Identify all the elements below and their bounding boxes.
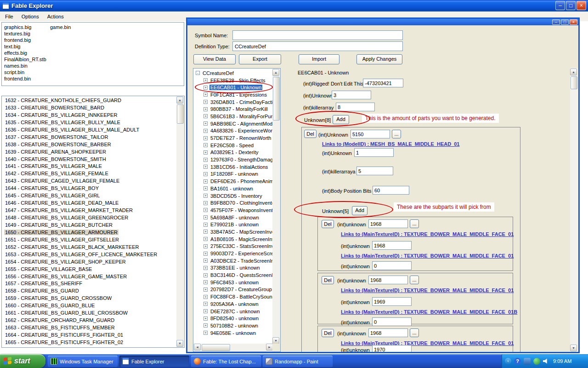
file-list-item[interactable]: textures.big: [4, 30, 46, 37]
delete-subpart-button[interactable]: Del: [322, 329, 334, 337]
expand-icon[interactable]: +: [204, 331, 208, 335]
file-list-item[interactable]: text.big: [4, 43, 46, 50]
expand-icon[interactable]: +: [204, 158, 208, 162]
list-item[interactable]: 1661 - CREATURE_BS_GUARD_BLUE_CROSSBOW: [2, 310, 176, 317]
file-list-item[interactable]: frontend.big: [4, 37, 46, 43]
browse-button[interactable]: ...: [410, 276, 419, 284]
expand-icon[interactable]: +: [204, 186, 208, 190]
subpart-field-input[interactable]: [372, 241, 412, 250]
list-item[interactable]: 1650 - CREATURE_BS_VILLAGER_ARMOURER: [2, 229, 176, 236]
delete-subpart-button[interactable]: Del: [322, 220, 334, 228]
import-button[interactable]: Import: [299, 54, 339, 64]
texture-link[interactable]: Links to (MainTextureID) : TEXTURE_BOWER…: [341, 231, 514, 237]
tree-item[interactable]: +A03829E1 - Dexterity: [193, 149, 272, 156]
file-list-item[interactable]: frontend.bin: [4, 75, 46, 82]
creature-list-scrollbar[interactable]: ▲ ▼: [176, 96, 184, 347]
killerarraya-input[interactable]: [356, 167, 393, 175]
tree-item[interactable]: +A03DBCE2 - TradeScreenIn: [193, 257, 272, 264]
expand-icon[interactable]: +: [204, 230, 208, 234]
expand-icon[interactable]: +: [204, 129, 208, 133]
list-item[interactable]: 1641 - CREATURE_BS_VILLAGER_MALE: [2, 163, 176, 170]
list-item[interactable]: 1636 - CREATURE_BS_VILLAGER_BULLY_MALE_A…: [2, 126, 176, 134]
tree-item[interactable]: +129763F0 - StrengthDamage: [193, 156, 272, 163]
texture-link[interactable]: Links to (MainTextureID) : TEXTURE_BOWER…: [341, 253, 514, 259]
tree-item[interactable]: +F0C88FC8 - BattleCrySound?: [193, 293, 272, 300]
list-item[interactable]: 1658 - CREATURE_BS_GUARD: [2, 288, 176, 295]
app2-tray-icon[interactable]: [533, 358, 540, 365]
expand-icon[interactable]: +: [204, 237, 208, 241]
subpart-field-input[interactable]: [372, 345, 412, 352]
list-item[interactable]: 1633 - CREATURE_BOWERSTONE_BARD: [2, 104, 176, 112]
tree-item[interactable]: +B9FB8D70 - ClothingInvento: [193, 199, 272, 207]
expand-icon[interactable]: +: [204, 323, 208, 328]
definition-type-input[interactable]: [232, 41, 403, 51]
file-list-item[interactable]: names.bin: [4, 63, 46, 69]
tree-item[interactable]: +EF26C508 - Speed: [193, 142, 272, 149]
subpart-field-input[interactable]: [372, 297, 412, 306]
collapse-icon[interactable]: -: [196, 71, 200, 75]
list-item[interactable]: 1637 - CREATURE_BOWERSTONE_TAILOR: [2, 134, 176, 141]
tree-item[interactable]: +13B1CD56 - InitialActions: [193, 163, 272, 171]
help-tray-icon[interactable]: ?: [514, 358, 521, 365]
menu-file[interactable]: File: [1, 13, 17, 20]
expand-icon[interactable]: +: [204, 150, 208, 155]
part-unknown2-input[interactable]: [354, 148, 394, 157]
texture-link[interactable]: Links to (MainTextureID) : TEXTURE_BOWER…: [341, 340, 514, 346]
volume-icon[interactable]: [543, 358, 549, 364]
list-item[interactable]: 1660 - CREATURE_BS_GUARD_BLUE: [2, 302, 176, 310]
tree-vertical-scrollbar[interactable]: ▲ ▼: [272, 69, 280, 345]
expand-icon[interactable]: +: [204, 259, 208, 263]
list-item[interactable]: 1638 - CREATURE_BOWERSTONE_BARBER: [2, 141, 176, 149]
list-item[interactable]: 1654 - CREATURE_BS_VILLAGER_SHOP_KEEPER: [2, 259, 176, 266]
tree-item[interactable]: +FFF38E28 - Skin Effects: [193, 77, 272, 84]
subpart-field-input[interactable]: [368, 219, 408, 228]
expand-icon[interactable]: +: [204, 302, 208, 306]
browse-button[interactable]: ...: [410, 328, 419, 337]
expand-icon[interactable]: +: [204, 244, 208, 248]
title-bar[interactable]: Fable Explorer – □ ×: [0, 0, 588, 12]
expand-icon[interactable]: +: [204, 179, 208, 184]
file-list-item[interactable]: graphics.big: [4, 24, 46, 30]
scroll-down-icon[interactable]: ▼: [176, 340, 183, 347]
tree-item[interactable]: +5A698A8F - unknown: [193, 214, 272, 221]
file-list-item[interactable]: game.bin: [50, 24, 71, 30]
tree-item[interactable]: +326DAB01 - CrimeDayFactio: [193, 98, 272, 106]
scroll-right-icon[interactable]: ►: [266, 344, 273, 351]
taskbar-task[interactable]: Fable: The Lost Chap...: [191, 356, 261, 367]
scroll-thumb[interactable]: [273, 77, 280, 121]
list-item[interactable]: 1653 - CREATURE_BS_VILLAGER_OFF_LICENCE_…: [2, 251, 176, 259]
scroll-down-icon[interactable]: ▼: [570, 345, 577, 351]
expand-icon[interactable]: +: [204, 295, 208, 299]
scroll-left-icon[interactable]: ◄: [194, 344, 201, 351]
expand-icon[interactable]: +: [204, 100, 208, 104]
tree-item[interactable]: +BA1601 - unknown: [193, 185, 272, 192]
subpart-field-input[interactable]: [368, 328, 408, 337]
expand-icon[interactable]: +: [204, 223, 208, 227]
creature-list[interactable]: 1632 - CREATURE_KNOTHOLE_CHIEFS_GUARD163…: [1, 96, 185, 348]
list-item[interactable]: 1651 - CREATURE_BS_VILLAGER_GIFTSELLER: [2, 236, 176, 244]
tree-item[interactable]: +980BB37 - MoralityForKill: [193, 105, 272, 113]
file-list-item[interactable]: effects.big: [4, 50, 46, 56]
scroll-thumb[interactable]: [202, 344, 230, 351]
subpart-field-input[interactable]: [372, 261, 412, 270]
tree-item[interactable]: +8FD82540 - unknown: [193, 315, 272, 322]
file-list-item[interactable]: script.bin: [4, 69, 46, 75]
rigged-input[interactable]: [363, 79, 403, 87]
symbol-name-input[interactable]: [232, 30, 403, 40]
expand-icon[interactable]: +: [204, 194, 208, 198]
expand-icon[interactable]: +: [204, 280, 208, 284]
taskbar-task[interactable]: Windows Task Manager: [48, 356, 118, 367]
model-link[interactable]: Links to (ModelID) : MESH_BS_MALE_MIDDLE…: [322, 141, 459, 147]
killerarray-input[interactable]: [336, 103, 375, 111]
definition-tree[interactable]: - CCreatureDef +FFF38E28 - Skin Effects+…: [193, 68, 281, 352]
expand-icon[interactable]: +: [204, 309, 208, 313]
list-item[interactable]: 1642 - CREATURE_BS_VILLAGER_FEMALE: [2, 170, 176, 178]
export-button[interactable]: Export: [239, 54, 281, 64]
app-tray-icon[interactable]: [524, 358, 531, 365]
child-maximize-icon[interactable]: □: [561, 19, 569, 25]
subpart-field-input[interactable]: [368, 276, 408, 284]
scroll-thumb[interactable]: [177, 104, 184, 124]
list-item[interactable]: 1643 - CREATURE_CAGED_VILLAGER_FEMALE: [2, 178, 176, 185]
expand-icon[interactable]: +: [204, 78, 208, 82]
tree-item[interactable]: +4A683826 - ExperienceWorth: [193, 127, 272, 135]
